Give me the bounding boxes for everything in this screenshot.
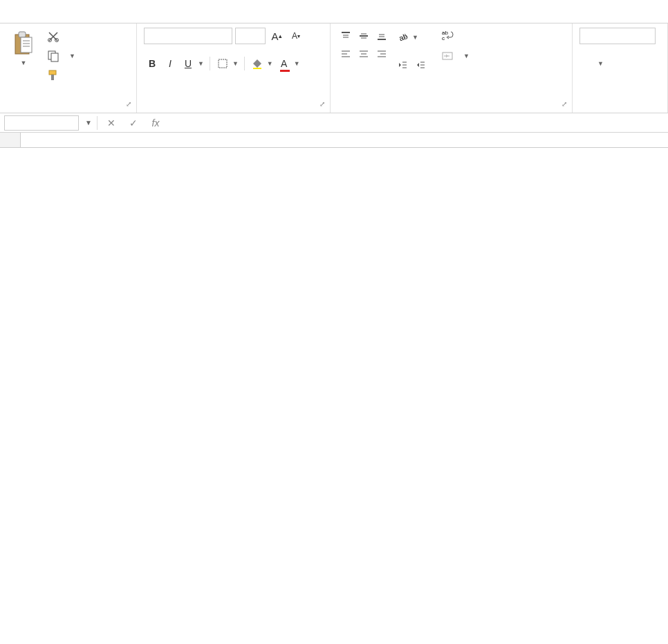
underline-menu[interactable]: ▼	[196, 60, 205, 67]
svg-text:c: c	[442, 35, 445, 41]
increase-indent-button[interactable]	[412, 57, 429, 73]
font-color-menu[interactable]: ▼	[293, 60, 301, 67]
accounting-menu[interactable]: ▼	[596, 60, 605, 67]
insert-function-button[interactable]: fx	[145, 117, 167, 129]
font-name-input[interactable]	[144, 28, 232, 44]
align-center-button[interactable]	[355, 46, 372, 62]
svg-rect-1	[19, 32, 26, 37]
underline-button[interactable]: U	[180, 55, 196, 72]
format-painter-button[interactable]	[44, 68, 80, 83]
decrease-indent-button[interactable]	[394, 57, 411, 73]
font-color-button[interactable]: A	[276, 55, 293, 72]
svg-rect-2	[21, 37, 32, 53]
formula-input[interactable]	[167, 116, 668, 130]
alignment-dialog-launcher[interactable]: ⤢	[559, 100, 569, 110]
svg-rect-10	[49, 70, 56, 75]
group-font: A▴ A▾ B I U▼ ▼ ▼ A▼ ⤢	[137, 23, 331, 113]
group-number: ▼	[573, 23, 668, 113]
decrease-font-button[interactable]: A▾	[288, 28, 304, 44]
font-dialog-launcher[interactable]: ⤢	[317, 100, 327, 110]
merge-center-button[interactable]: ▼	[438, 48, 474, 64]
cut-button[interactable]	[44, 29, 80, 44]
column-headers	[0, 133, 668, 148]
orientation-button[interactable]: ab	[394, 29, 411, 46]
clipboard-dialog-launcher[interactable]: ⤢	[124, 100, 133, 110]
font-size-input[interactable]	[235, 28, 266, 44]
fill-color-button[interactable]	[249, 55, 266, 72]
svg-rect-11	[51, 75, 54, 80]
border-button[interactable]	[214, 55, 231, 72]
alignment-group-label	[337, 108, 565, 111]
svg-rect-9	[51, 53, 58, 61]
orientation-menu[interactable]: ▼	[411, 34, 420, 41]
enter-formula-button[interactable]: ✓	[122, 117, 145, 129]
clipboard-group-label	[7, 108, 129, 111]
spreadsheet-grid	[0, 133, 668, 148]
fill-color-menu[interactable]: ▼	[266, 60, 275, 67]
paste-button[interactable]: ▼	[7, 28, 40, 66]
align-right-button[interactable]	[373, 46, 390, 62]
increase-font-button[interactable]: A▴	[268, 28, 285, 44]
percent-button[interactable]	[608, 55, 624, 72]
group-alignment: ab▼ abc ▼ ⤢	[331, 23, 573, 113]
select-all-corner[interactable]	[0, 133, 21, 147]
name-box[interactable]	[4, 115, 79, 131]
name-box-dropdown[interactable]: ▼	[83, 119, 94, 126]
cancel-formula-button[interactable]: ✕	[100, 117, 122, 129]
align-middle-button[interactable]	[355, 28, 372, 44]
number-group-label	[579, 108, 660, 111]
align-left-button[interactable]	[337, 46, 354, 62]
svg-text:ab: ab	[398, 32, 408, 42]
formula-bar: ▼ ✕ ✓ fx	[0, 113, 668, 133]
border-menu[interactable]: ▼	[231, 60, 240, 67]
number-format-select[interactable]	[579, 28, 656, 44]
bold-button[interactable]: B	[144, 55, 160, 72]
wrap-text-button[interactable]: abc	[438, 28, 474, 43]
italic-button[interactable]: I	[162, 55, 178, 72]
group-clipboard: ▼ ▼ ⤢	[0, 23, 137, 113]
ribbon: ▼ ▼ ⤢	[0, 23, 668, 113]
align-top-button[interactable]	[337, 28, 354, 44]
align-bottom-button[interactable]	[373, 28, 390, 44]
accounting-format-button[interactable]	[579, 55, 596, 72]
font-group-label	[144, 108, 323, 111]
menu-tabs	[0, 0, 668, 23]
comma-button[interactable]	[627, 55, 644, 72]
copy-button[interactable]: ▼	[44, 48, 80, 64]
svg-rect-12	[219, 59, 227, 68]
svg-rect-13	[253, 68, 261, 69]
